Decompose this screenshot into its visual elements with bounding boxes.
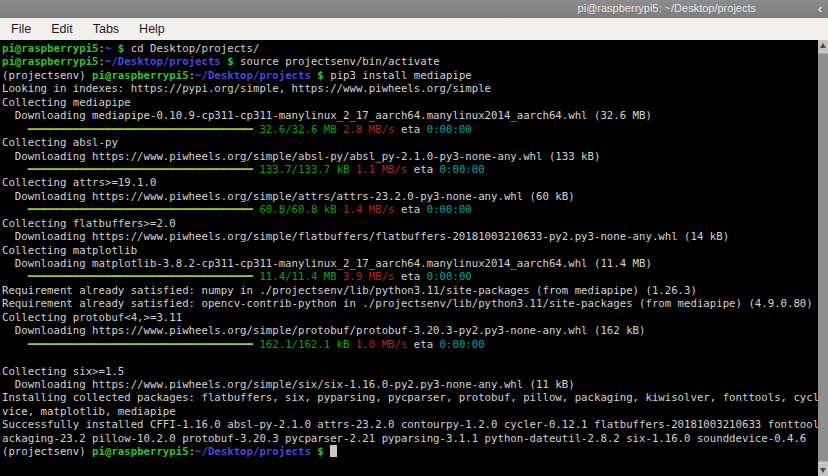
terminal-line: Installing collected packages: flatbuffe… bbox=[2, 391, 818, 404]
terminal-line: (projectsenv) pi@raspberrypi5:~/Desktop/… bbox=[2, 445, 818, 458]
terminal-line: Downloading https://www.piwheels.org/sim… bbox=[2, 324, 818, 337]
menu-edit[interactable]: Edit bbox=[42, 20, 82, 38]
terminal-line: ━━━━━━━━━━━━━━━━━━━━━━━━━━━━━━━━━━━ 32.6… bbox=[2, 123, 818, 136]
terminal-line: Collecting mediapipe bbox=[2, 96, 818, 109]
menu-file[interactable]: File bbox=[2, 20, 40, 38]
menu-bar: File Edit Tabs Help bbox=[0, 18, 828, 41]
terminal-line: ━━━━━━━━━━━━━━━━━━━━━━━━━━━━━━━━━━━ 60.8… bbox=[2, 203, 818, 216]
terminal-line: Requirement already satisfied: numpy in … bbox=[2, 284, 818, 297]
terminal-line: (projectsenv) pi@raspberrypi5:~/Desktop/… bbox=[2, 69, 818, 82]
terminal-line: Downloading https://www.piwheels.org/sim… bbox=[2, 378, 818, 391]
terminal-line: ━━━━━━━━━━━━━━━━━━━━━━━━━━━━━━━━━━━ 162.… bbox=[2, 338, 818, 351]
terminal-line: ━━━━━━━━━━━━━━━━━━━━━━━━━━━━━━━━━━━ 133.… bbox=[2, 163, 818, 176]
scrollbar-thumb[interactable] bbox=[818, 53, 828, 462]
menu-tabs[interactable]: Tabs bbox=[84, 20, 128, 38]
scroll-down-arrow-icon[interactable] bbox=[818, 464, 828, 476]
terminal-cursor bbox=[330, 445, 336, 457]
terminal-window: pi@raspberrypi5: ~/Desktop/projects ‹ Fi… bbox=[0, 0, 828, 476]
terminal-line: pi@raspberrypi5:~ $ cd Desktop/projects/ bbox=[2, 42, 818, 55]
terminal-line: ━━━━━━━━━━━━━━━━━━━━━━━━━━━━━━━━━━━ 11.4… bbox=[2, 270, 818, 283]
terminal-line: Collecting flatbuffers>=2.0 bbox=[2, 217, 818, 230]
terminal-output[interactable]: pi@raspberrypi5:~ $ cd Desktop/projects/… bbox=[0, 40, 818, 476]
terminal-line: Collecting protobuf<4,>=3.11 bbox=[2, 311, 818, 324]
terminal-line: Downloading mediapipe-0.10.9-cp311-cp311… bbox=[2, 109, 818, 122]
terminal-line: Successfully installed CFFI-1.16.0 absl-… bbox=[2, 418, 818, 431]
terminal-line: pi@raspberrypi5:~/Desktop/projects $ sou… bbox=[2, 55, 818, 68]
terminal-line: ackaging-23.2 pillow-10.2.0 protobuf-3.2… bbox=[2, 432, 818, 445]
terminal-line: Collecting six>=1.5 bbox=[2, 365, 818, 378]
terminal-line: Collecting absl-py bbox=[2, 136, 818, 149]
terminal-line: Collecting attrs>=19.1.0 bbox=[2, 176, 818, 189]
window-title: pi@raspberrypi5: ~/Desktop/projects bbox=[578, 2, 756, 14]
terminal-line: Downloading https://www.piwheels.org/sim… bbox=[2, 230, 818, 243]
terminal-line: Downloading https://www.piwheels.org/sim… bbox=[2, 190, 818, 203]
terminal-line: Looking in indexes: https://pypi.org/sim… bbox=[2, 82, 818, 95]
terminal-line: Downloading matplotlib-3.8.2-cp311-cp311… bbox=[2, 257, 818, 270]
terminal-line: Collecting matplotlib bbox=[2, 244, 818, 257]
menu-help[interactable]: Help bbox=[130, 20, 174, 38]
window-titlebar: pi@raspberrypi5: ~/Desktop/projects ‹ bbox=[0, 0, 828, 18]
scrollbar[interactable] bbox=[818, 40, 828, 476]
chevron-left-icon[interactable]: ‹ bbox=[818, 0, 822, 18]
terminal-line: Downloading https://www.piwheels.org/sim… bbox=[2, 150, 818, 163]
terminal-line: vice, matplotlib, mediapipe bbox=[2, 405, 818, 418]
terminal-line: Requirement already satisfied: opencv-co… bbox=[2, 297, 818, 310]
scroll-up-arrow-icon[interactable] bbox=[818, 40, 828, 52]
terminal-line bbox=[2, 351, 818, 364]
